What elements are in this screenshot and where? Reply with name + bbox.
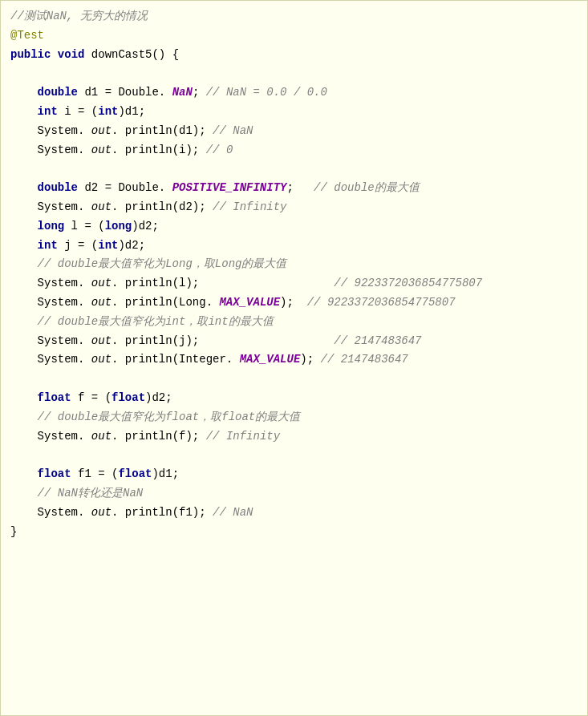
println-int-max: . println(Integer. <box>112 350 240 370</box>
println-long-max: . println(Long. <box>112 293 219 313</box>
indent <box>10 274 38 293</box>
cast-close: )d1; <box>118 103 145 122</box>
indent <box>10 504 38 523</box>
indent <box>10 465 38 484</box>
semicolon2: ; <box>286 179 314 198</box>
line-println-f: System. out . println(f); // Infinity <box>10 427 578 447</box>
cast-int: int <box>98 103 118 122</box>
paren-open2: ( <box>98 217 104 237</box>
field-pos-inf: POSITIVE_INFINITY <box>172 179 287 198</box>
f1-assign: f1 = <box>71 465 112 484</box>
line-comment-long: // double最大值窄化为Long，取Long的最大值 <box>10 255 578 274</box>
paren-open3: ( <box>91 237 98 256</box>
type-long: long <box>38 217 65 237</box>
line-float-f: float f = ( float )d2; <box>10 389 578 408</box>
comment-long-max-val: // 9223372036854775807 <box>307 293 456 313</box>
line-d2: double d2 = Double. POSITIVE_INFINITY ; … <box>10 179 578 198</box>
cast-float2: float <box>118 465 152 484</box>
type-double: double <box>38 83 78 103</box>
type-int2: int <box>38 237 58 256</box>
type-float: float <box>38 389 71 408</box>
comment-nan-eq: // NaN = 0.0 / 0.0 <box>206 83 327 103</box>
line-println-d1: System. out . println(d1); // NaN <box>10 122 578 141</box>
f-assign: f = <box>71 389 105 408</box>
out-keyword: out <box>91 504 112 523</box>
system: System. <box>38 198 91 217</box>
indent <box>10 141 38 160</box>
line-1: //测试NaN, 无穷大的情况 <box>10 7 578 26</box>
type-float2: float <box>38 465 71 484</box>
d1-assign: d1 = Double. <box>78 83 172 103</box>
paren-open: ( <box>91 103 98 122</box>
annotation-test: @Test <box>10 26 44 46</box>
indent <box>10 179 38 198</box>
system: System. <box>38 350 91 370</box>
comment-infinity: // Infinity <box>213 198 286 217</box>
line-int-j: int j = ( int )d2; <box>10 237 578 256</box>
comment-text: //测试NaN, 无穷大的情况 <box>10 7 148 26</box>
out-keyword: out <box>91 332 112 351</box>
comment-nan-still: // NaN转化还是NaN <box>10 484 143 504</box>
line-println-int-max: System. out . println(Integer. MAX_VALUE… <box>10 350 578 370</box>
comment-int-max: // double最大值窄化为int，取int的最大值 <box>10 313 274 332</box>
blank-line-1 <box>10 64 578 83</box>
indent <box>10 83 38 103</box>
comment-zero: // 0 <box>206 141 233 160</box>
semicolon: ; <box>193 83 206 103</box>
system: System. <box>38 293 91 313</box>
line-println-l: System. out . println(l); // 92233720368… <box>10 274 578 293</box>
field-max-value-long: MAX_VALUE <box>219 293 280 313</box>
closing-brace: } <box>10 523 17 542</box>
indent <box>10 293 38 313</box>
paren-close-max: ); <box>280 293 307 313</box>
cast-close2: )d2; <box>132 217 159 237</box>
indent <box>10 389 38 408</box>
comment-infinity2: // Infinity <box>206 427 280 447</box>
out-keyword: out <box>91 198 112 217</box>
comment-nan2: // NaN <box>213 504 253 523</box>
blank-line-2 <box>10 160 578 179</box>
comment-max-double: // double的最大值 <box>314 179 420 198</box>
comment-long-val: // 9223372036854775807 <box>334 274 482 293</box>
cast-close3: )d2; <box>118 237 145 256</box>
cast-close5: )d1; <box>152 465 179 484</box>
comment-long-max: // double最大值窄化为Long，取Long的最大值 <box>10 255 286 274</box>
out-keyword: out <box>91 427 112 447</box>
d2-assign: d2 = Double. <box>78 179 172 198</box>
out-keyword: out <box>91 141 112 160</box>
field-max-value-int: MAX_VALUE <box>240 350 301 370</box>
cast-close4: )d2; <box>145 389 172 408</box>
line-closing: } <box>10 523 578 542</box>
system: System. <box>38 332 91 351</box>
field-nan: NaN <box>172 83 193 103</box>
line-long-l: long l = ( long )d2; <box>10 217 578 237</box>
out-keyword: out <box>91 293 112 313</box>
line-println-f1: System. out . println(f1); // NaN <box>10 504 578 523</box>
type-double2: double <box>38 179 78 198</box>
code-editor: //测试NaN, 无穷大的情况 @Test public void downCa… <box>0 0 588 716</box>
keyword-public: public <box>10 46 51 65</box>
comment-int-max-val: // 2147483647 <box>321 350 408 370</box>
paren-open4: ( <box>105 389 112 408</box>
println-l: . println(l); <box>112 274 334 293</box>
method-sig: downCast5() { <box>84 46 179 65</box>
blank-line-3 <box>10 370 578 389</box>
keyword-void: void <box>58 46 85 65</box>
out-keyword: out <box>91 350 112 370</box>
indent <box>10 237 38 256</box>
comment-int-val: // 2147483647 <box>334 332 421 351</box>
system: System. <box>38 504 91 523</box>
line-println-d2: System. out . println(d2); // Infinity <box>10 198 578 217</box>
line-println-i: System. out . println(i); // 0 <box>10 141 578 160</box>
println-d1: . println(d1); <box>112 122 213 141</box>
line-comment-nan: // NaN转化还是NaN <box>10 484 578 504</box>
out-keyword: out <box>91 274 112 293</box>
j-assign: j = <box>58 237 91 256</box>
out-keyword: out <box>91 122 112 141</box>
line-println-long-max: System. out . println(Long. MAX_VALUE );… <box>10 293 578 313</box>
l-assign: l = <box>64 217 98 237</box>
indent <box>10 350 38 370</box>
space <box>51 46 57 65</box>
blank-line-4 <box>10 446 578 465</box>
println-i: . println(i); <box>112 141 206 160</box>
